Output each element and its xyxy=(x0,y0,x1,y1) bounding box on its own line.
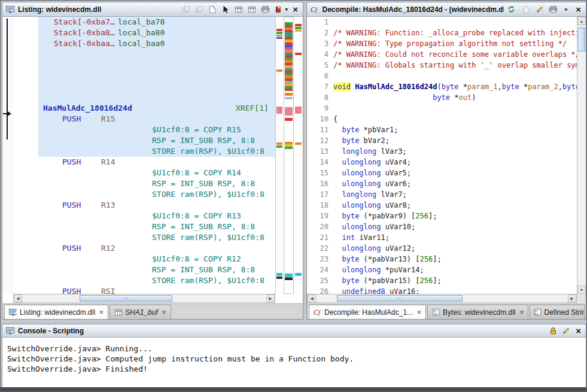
code-token[interactable]: longlong xyxy=(342,147,376,156)
code-token[interactable]: /* WARNING: Function: _alloca_probe repl… xyxy=(333,29,577,37)
code-token[interactable]: puVar14 xyxy=(390,266,420,274)
stack-offset[interactable]: Stack[-0xba8… xyxy=(54,28,115,38)
code-token[interactable] xyxy=(381,223,385,231)
edit-script-icon[interactable] xyxy=(535,5,545,14)
listing-line[interactable]: PUSHR15 xyxy=(13,114,275,124)
code-token[interactable] xyxy=(333,255,342,263)
code-token[interactable]: * xyxy=(381,266,389,274)
code-token[interactable] xyxy=(333,180,342,188)
code-token[interactable]: ulonglong xyxy=(342,180,381,188)
code-token[interactable]: lVar7 xyxy=(381,190,402,199)
listing-line[interactable]: Stack[-0xba8…local_ba80 xyxy=(13,28,275,38)
code-token[interactable] xyxy=(333,190,342,199)
tab-defined-strin[interactable]: 01DADefined Strin xyxy=(530,305,585,319)
decompile-line[interactable]: 24 ulonglong *puVar14; xyxy=(307,265,577,275)
lock-icon[interactable] xyxy=(548,327,558,335)
pcode[interactable]: $U1cf0:8 = COPY R15 xyxy=(152,124,241,135)
code-token[interactable]: uVar16 xyxy=(390,287,415,294)
variable-name[interactable]: local_ba78 xyxy=(118,17,165,28)
pcode[interactable]: $U1cf0:8 = COPY R12 xyxy=(152,254,241,265)
code-token[interactable] xyxy=(333,169,342,177)
code-token[interactable]: uVar8 xyxy=(385,201,407,209)
listing-line[interactable] xyxy=(13,60,275,71)
listing-line[interactable]: Stack[-0xbaa…local_baa0 xyxy=(13,38,275,49)
listing-line[interactable]: $U1cf0:8 = COPY R12 xyxy=(13,254,275,265)
listing-line[interactable] xyxy=(13,81,275,92)
function-label[interactable]: HasMulAdc_18016d24d xyxy=(43,103,132,114)
decompile-line[interactable]: 10{ xyxy=(307,114,577,124)
mnemonic[interactable]: PUSH xyxy=(62,200,81,211)
scroll-right-button[interactable]: ▶ xyxy=(568,294,576,302)
decompile-line[interactable]: 17 longlong lVar7; xyxy=(307,189,577,200)
overview-navigator[interactable] xyxy=(284,17,294,294)
listing-line[interactable]: $U1cf0:8 = COPY R14 xyxy=(13,168,275,178)
decompile-line[interactable]: 14 ulonglong uVar4; xyxy=(307,157,577,168)
code-token[interactable] xyxy=(333,287,342,294)
code-token[interactable] xyxy=(381,244,385,253)
code-token[interactable]: int xyxy=(342,233,355,242)
code-token[interactable]: ; xyxy=(407,169,411,177)
code-token[interactable]: ; xyxy=(407,158,411,166)
code-token[interactable] xyxy=(333,147,342,156)
console-output[interactable]: SwitchOverride.java> Running...SwitchOve… xyxy=(2,338,586,388)
code-token[interactable]: ; xyxy=(411,244,415,253)
code-token[interactable]: param_1 xyxy=(467,83,498,91)
tab-decompile-hasmuladc-1[interactable]: CfDecompile: HasMulAdc_1...× xyxy=(309,305,426,319)
close-button[interactable]: × xyxy=(574,5,583,14)
code-token[interactable]: byte xyxy=(562,83,577,91)
listing-line[interactable]: $U1cf0:8 = COPY R15 xyxy=(13,124,275,135)
close-button[interactable]: × xyxy=(291,5,300,14)
marker-margin-right[interactable] xyxy=(294,17,302,294)
horizontal-scrollbar[interactable]: ◀ ▶ xyxy=(307,294,577,303)
close-button[interactable]: × xyxy=(574,327,583,335)
pcode[interactable]: RSP = INT_SUB RSP, 8:8 xyxy=(152,265,255,275)
code-token[interactable]: undefined8 xyxy=(342,287,385,294)
scrollbar-thumb[interactable] xyxy=(80,295,172,302)
code-token[interactable]: pabVar9 xyxy=(372,212,403,220)
dropdown-caret-icon[interactable]: ▾ xyxy=(285,6,288,13)
listing-line[interactable]: Stack[-0xba7…local_ba78 xyxy=(13,17,275,28)
stack-offset[interactable]: Stack[-0xba7… xyxy=(54,17,115,28)
code-token[interactable]: ) [ xyxy=(407,276,420,285)
code-token[interactable]: * xyxy=(459,83,467,91)
mnemonic[interactable]: PUSH xyxy=(62,243,81,254)
listing-line[interactable]: $U1cf0:8 = COPY R13 xyxy=(13,211,275,221)
decompile-line[interactable]: 26 undefined8 uVar16; xyxy=(307,286,577,294)
bookmarks-book-icon[interactable] xyxy=(273,5,283,14)
tab-bytes-widevinecdm-dll[interactable]: 0110Bytes: widevinecdm.dll× xyxy=(427,305,528,319)
code-token[interactable] xyxy=(333,223,342,231)
variable-name[interactable]: local_baa0 xyxy=(118,38,165,49)
decompile-line[interactable]: 25 byte (*pabVar15) [256]; xyxy=(307,275,577,286)
code-token[interactable] xyxy=(381,180,385,188)
decompile-line[interactable]: 22 ulonglong uVar12; xyxy=(307,243,577,254)
code-token[interactable]: byte xyxy=(502,83,519,91)
tab-sha1-buf[interactable]: SHA1_buf× xyxy=(110,305,171,319)
decompile-line[interactable]: 18 ulonglong uVar8; xyxy=(307,200,577,211)
code-token[interactable]: param_2 xyxy=(528,83,558,91)
code-token[interactable]: /* WARNING: Could not reconcile some var… xyxy=(333,50,577,59)
code-token[interactable]: iVar11 xyxy=(359,233,385,242)
decompile-line[interactable]: 5/* WARNING: Globals starting with '_' o… xyxy=(307,60,577,71)
scroll-down-button[interactable]: ▼ xyxy=(577,285,586,294)
tab-close-button[interactable]: × xyxy=(99,308,104,317)
register[interactable]: R13 xyxy=(101,200,115,211)
code-token[interactable]: ulonglong xyxy=(342,244,381,253)
code-token[interactable]: ; xyxy=(394,126,398,134)
code-token[interactable]: ulonglong xyxy=(342,201,381,209)
code-token[interactable] xyxy=(333,201,342,209)
code-token[interactable]: ; xyxy=(415,287,419,294)
code-token[interactable]: ; xyxy=(403,190,407,199)
listing-line[interactable]: PUSHR14 xyxy=(13,157,275,168)
scrollbar-thumb[interactable] xyxy=(337,295,463,302)
code-token[interactable]: ]; xyxy=(428,212,437,220)
decompile-line[interactable]: 12 byte bVar2; xyxy=(307,135,577,146)
decompile-code[interactable]: 12/* WARNING: Function: _alloca_probe re… xyxy=(307,17,577,294)
pcode[interactable]: STORE ram(RSP), $U1cf0:8 xyxy=(152,146,264,157)
decompile-line[interactable]: 3/* WARNING: Type propagation algorithm … xyxy=(307,38,577,49)
scroll-right-button[interactable]: ▶ xyxy=(266,294,275,302)
cursor-location-icon[interactable] xyxy=(221,5,230,14)
listing-line[interactable] xyxy=(13,71,275,81)
tab-close-button[interactable]: × xyxy=(519,308,524,317)
code-token[interactable] xyxy=(381,201,385,209)
decompile-line[interactable]: 15 ulonglong uVar5; xyxy=(307,168,577,178)
